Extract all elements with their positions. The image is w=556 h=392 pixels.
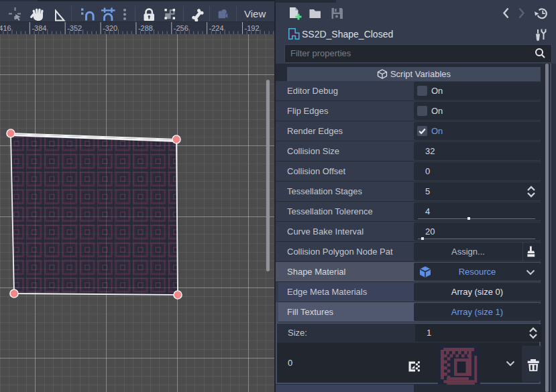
svg-text:-416: -416: [0, 24, 11, 32]
svg-text:-256: -256: [174, 24, 188, 32]
svg-text:-352: -352: [67, 24, 82, 32]
svg-text:-288: -288: [138, 24, 153, 32]
svg-text:SS2D_Shape_Closed: SS2D_Shape_Closed: [302, 29, 393, 40]
svg-text:-224: -224: [209, 24, 224, 32]
svg-text:-320: -320: [103, 24, 117, 32]
svg-text:View: View: [244, 8, 266, 19]
svg-text:-192: -192: [245, 24, 260, 32]
svg-text:-384: -384: [32, 24, 46, 32]
